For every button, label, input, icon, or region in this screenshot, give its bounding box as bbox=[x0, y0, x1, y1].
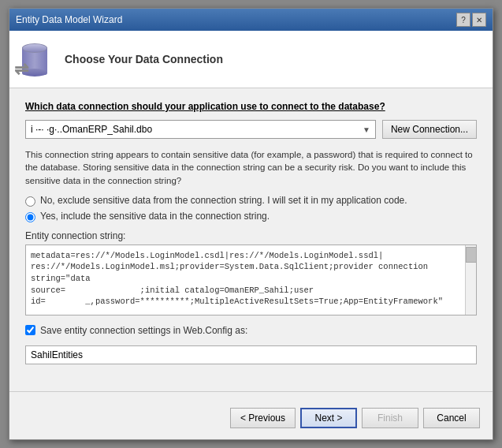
help-button[interactable]: ? bbox=[456, 13, 470, 27]
radio-yes-label: Yes, include the sensitive data in the c… bbox=[40, 211, 270, 222]
radio-item-yes: Yes, include the sensitive data in the c… bbox=[25, 211, 477, 222]
question-label: Which data connection should your applic… bbox=[25, 101, 477, 112]
previous-button[interactable]: < Previous bbox=[230, 408, 296, 428]
connection-value: i ·-· ·g·..OmanERP_Sahil.dbo bbox=[31, 124, 152, 135]
dropdown-arrow-icon: ▼ bbox=[363, 125, 370, 134]
connection-row: i ·-· ·g·..OmanERP_Sahil.dbo ▼ New Conne… bbox=[25, 120, 477, 139]
save-name-input[interactable] bbox=[25, 345, 477, 364]
divider bbox=[9, 391, 493, 392]
cancel-button[interactable]: Cancel bbox=[423, 408, 480, 428]
save-label: Save entity connection settings in Web.C… bbox=[40, 325, 247, 336]
save-row: Save entity connection settings in Web.C… bbox=[25, 325, 477, 336]
dialog: Entity Data Model Wizard ? ✕ ⇌ Choose Yo… bbox=[9, 8, 493, 439]
save-checkbox[interactable] bbox=[25, 325, 35, 335]
next-button[interactable]: Next > bbox=[300, 408, 357, 428]
connection-string-text: metadata=res://*/Models.LoginModel.csdl|… bbox=[31, 250, 459, 308]
footer: < Previous Next > Finish Cancel bbox=[9, 400, 493, 439]
radio-item-no: No, exclude sensitive data from the conn… bbox=[25, 195, 477, 207]
connection-string-box: metadata=res://*/Models.LoginModel.csdl|… bbox=[25, 245, 477, 315]
radio-no[interactable] bbox=[25, 196, 35, 207]
dialog-title: Entity Data Model Wizard bbox=[16, 14, 122, 25]
entity-connection-label: Entity connection string: bbox=[25, 230, 477, 241]
radio-yes[interactable] bbox=[25, 212, 35, 222]
scrollbar-vertical[interactable] bbox=[465, 245, 476, 315]
finish-button[interactable]: Finish bbox=[362, 408, 418, 428]
header-title: Choose Your Data Connection bbox=[65, 53, 223, 65]
dialog-body: Which data connection should your applic… bbox=[9, 88, 493, 384]
new-connection-button[interactable]: New Connection... bbox=[382, 120, 477, 139]
database-icon: ⇌ bbox=[22, 40, 54, 78]
title-bar-buttons: ? ✕ bbox=[456, 13, 486, 27]
radio-group: No, exclude sensitive data from the conn… bbox=[25, 195, 477, 222]
info-text: This connection string appears to contai… bbox=[25, 148, 477, 186]
title-bar: Entity Data Model Wizard ? ✕ bbox=[9, 9, 493, 31]
radio-no-label: No, exclude sensitive data from the conn… bbox=[40, 195, 407, 206]
connection-dropdown[interactable]: i ·-· ·g·..OmanERP_Sahil.dbo ▼ bbox=[25, 120, 376, 139]
close-button[interactable]: ✕ bbox=[472, 13, 486, 27]
dialog-header: ⇌ Choose Your Data Connection bbox=[9, 31, 493, 88]
